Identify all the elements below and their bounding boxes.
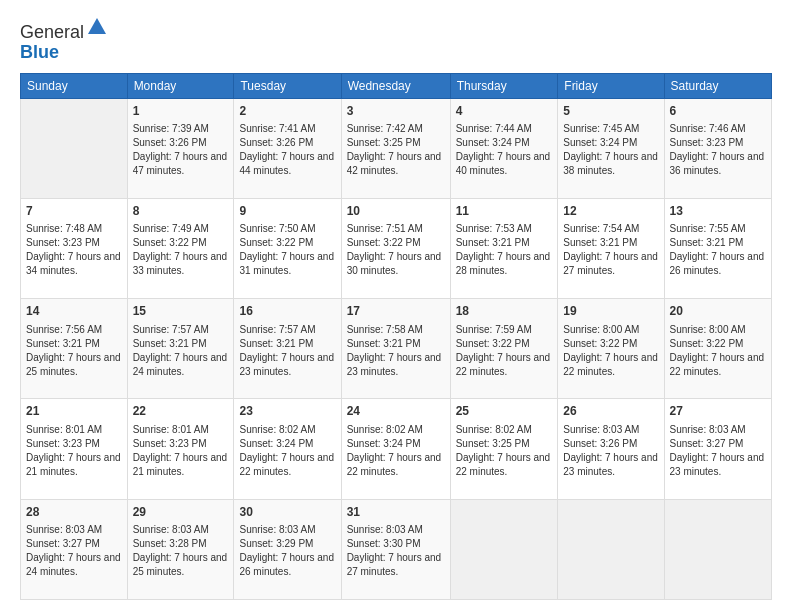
day-info: Sunrise: 7:54 AMSunset: 3:21 PMDaylight:… <box>563 222 658 278</box>
weekday-tuesday: Tuesday <box>234 73 341 98</box>
day-number: 20 <box>670 303 766 320</box>
weekday-saturday: Saturday <box>664 73 771 98</box>
weekday-friday: Friday <box>558 73 664 98</box>
calendar-cell: 27Sunrise: 8:03 AMSunset: 3:27 PMDayligh… <box>664 399 771 499</box>
day-info: Sunrise: 7:44 AMSunset: 3:24 PMDaylight:… <box>456 122 553 178</box>
day-info: Sunrise: 7:57 AMSunset: 3:21 PMDaylight:… <box>133 323 229 379</box>
day-number: 4 <box>456 103 553 120</box>
calendar-week-4: 28Sunrise: 8:03 AMSunset: 3:27 PMDayligh… <box>21 499 772 599</box>
calendar-cell: 8Sunrise: 7:49 AMSunset: 3:22 PMDaylight… <box>127 198 234 298</box>
calendar-cell: 22Sunrise: 8:01 AMSunset: 3:23 PMDayligh… <box>127 399 234 499</box>
calendar-cell: 23Sunrise: 8:02 AMSunset: 3:24 PMDayligh… <box>234 399 341 499</box>
calendar-cell <box>450 499 558 599</box>
day-info: Sunrise: 8:01 AMSunset: 3:23 PMDaylight:… <box>26 423 122 479</box>
calendar-cell: 14Sunrise: 7:56 AMSunset: 3:21 PMDayligh… <box>21 299 128 399</box>
calendar-cell: 9Sunrise: 7:50 AMSunset: 3:22 PMDaylight… <box>234 198 341 298</box>
day-info: Sunrise: 7:58 AMSunset: 3:21 PMDaylight:… <box>347 323 445 379</box>
logo-blue: Blue <box>20 42 59 62</box>
calendar-cell: 30Sunrise: 8:03 AMSunset: 3:29 PMDayligh… <box>234 499 341 599</box>
calendar-cell: 10Sunrise: 7:51 AMSunset: 3:22 PMDayligh… <box>341 198 450 298</box>
logo-text-block: General Blue <box>20 16 108 63</box>
calendar-cell: 13Sunrise: 7:55 AMSunset: 3:21 PMDayligh… <box>664 198 771 298</box>
day-number: 27 <box>670 403 766 420</box>
calendar-cell: 26Sunrise: 8:03 AMSunset: 3:26 PMDayligh… <box>558 399 664 499</box>
calendar-cell: 29Sunrise: 8:03 AMSunset: 3:28 PMDayligh… <box>127 499 234 599</box>
day-info: Sunrise: 7:41 AMSunset: 3:26 PMDaylight:… <box>239 122 335 178</box>
day-number: 23 <box>239 403 335 420</box>
day-number: 29 <box>133 504 229 521</box>
day-info: Sunrise: 8:03 AMSunset: 3:27 PMDaylight:… <box>26 523 122 579</box>
day-info: Sunrise: 7:42 AMSunset: 3:25 PMDaylight:… <box>347 122 445 178</box>
day-info: Sunrise: 8:02 AMSunset: 3:24 PMDaylight:… <box>347 423 445 479</box>
day-info: Sunrise: 8:03 AMSunset: 3:30 PMDaylight:… <box>347 523 445 579</box>
calendar-week-0: 1Sunrise: 7:39 AMSunset: 3:26 PMDaylight… <box>21 98 772 198</box>
day-number: 21 <box>26 403 122 420</box>
day-info: Sunrise: 7:51 AMSunset: 3:22 PMDaylight:… <box>347 222 445 278</box>
day-info: Sunrise: 7:56 AMSunset: 3:21 PMDaylight:… <box>26 323 122 379</box>
day-number: 8 <box>133 203 229 220</box>
day-info: Sunrise: 8:03 AMSunset: 3:27 PMDaylight:… <box>670 423 766 479</box>
calendar-cell: 20Sunrise: 8:00 AMSunset: 3:22 PMDayligh… <box>664 299 771 399</box>
calendar-cell: 31Sunrise: 8:03 AMSunset: 3:30 PMDayligh… <box>341 499 450 599</box>
day-info: Sunrise: 8:00 AMSunset: 3:22 PMDaylight:… <box>670 323 766 379</box>
calendar-cell: 21Sunrise: 8:01 AMSunset: 3:23 PMDayligh… <box>21 399 128 499</box>
calendar-cell: 4Sunrise: 7:44 AMSunset: 3:24 PMDaylight… <box>450 98 558 198</box>
calendar-table: SundayMondayTuesdayWednesdayThursdayFrid… <box>20 73 772 600</box>
weekday-header-row: SundayMondayTuesdayWednesdayThursdayFrid… <box>21 73 772 98</box>
calendar-cell <box>21 98 128 198</box>
calendar-week-3: 21Sunrise: 8:01 AMSunset: 3:23 PMDayligh… <box>21 399 772 499</box>
day-number: 17 <box>347 303 445 320</box>
day-info: Sunrise: 7:53 AMSunset: 3:21 PMDaylight:… <box>456 222 553 278</box>
calendar-week-1: 7Sunrise: 7:48 AMSunset: 3:23 PMDaylight… <box>21 198 772 298</box>
calendar-cell: 18Sunrise: 7:59 AMSunset: 3:22 PMDayligh… <box>450 299 558 399</box>
header: General Blue <box>20 16 772 63</box>
day-number: 28 <box>26 504 122 521</box>
day-number: 30 <box>239 504 335 521</box>
day-info: Sunrise: 7:57 AMSunset: 3:21 PMDaylight:… <box>239 323 335 379</box>
day-number: 18 <box>456 303 553 320</box>
logo-icon <box>86 16 108 38</box>
day-number: 24 <box>347 403 445 420</box>
day-number: 16 <box>239 303 335 320</box>
weekday-wednesday: Wednesday <box>341 73 450 98</box>
calendar-cell: 1Sunrise: 7:39 AMSunset: 3:26 PMDaylight… <box>127 98 234 198</box>
day-info: Sunrise: 8:02 AMSunset: 3:24 PMDaylight:… <box>239 423 335 479</box>
weekday-thursday: Thursday <box>450 73 558 98</box>
day-info: Sunrise: 7:50 AMSunset: 3:22 PMDaylight:… <box>239 222 335 278</box>
day-number: 14 <box>26 303 122 320</box>
calendar-cell: 6Sunrise: 7:46 AMSunset: 3:23 PMDaylight… <box>664 98 771 198</box>
day-info: Sunrise: 8:03 AMSunset: 3:28 PMDaylight:… <box>133 523 229 579</box>
day-info: Sunrise: 7:59 AMSunset: 3:22 PMDaylight:… <box>456 323 553 379</box>
day-number: 19 <box>563 303 658 320</box>
day-number: 11 <box>456 203 553 220</box>
day-number: 12 <box>563 203 658 220</box>
logo: General Blue <box>20 16 108 63</box>
page: General Blue SundayMondayTuesdayWednesda… <box>0 0 792 612</box>
day-number: 5 <box>563 103 658 120</box>
day-number: 22 <box>133 403 229 420</box>
day-number: 13 <box>670 203 766 220</box>
calendar-cell: 15Sunrise: 7:57 AMSunset: 3:21 PMDayligh… <box>127 299 234 399</box>
day-info: Sunrise: 7:49 AMSunset: 3:22 PMDaylight:… <box>133 222 229 278</box>
day-info: Sunrise: 7:55 AMSunset: 3:21 PMDaylight:… <box>670 222 766 278</box>
calendar-cell: 5Sunrise: 7:45 AMSunset: 3:24 PMDaylight… <box>558 98 664 198</box>
calendar-cell: 19Sunrise: 8:00 AMSunset: 3:22 PMDayligh… <box>558 299 664 399</box>
day-number: 6 <box>670 103 766 120</box>
day-number: 3 <box>347 103 445 120</box>
calendar-cell <box>558 499 664 599</box>
day-number: 2 <box>239 103 335 120</box>
day-info: Sunrise: 7:45 AMSunset: 3:24 PMDaylight:… <box>563 122 658 178</box>
day-number: 7 <box>26 203 122 220</box>
day-info: Sunrise: 8:03 AMSunset: 3:26 PMDaylight:… <box>563 423 658 479</box>
svg-marker-0 <box>88 18 106 34</box>
calendar-cell: 28Sunrise: 8:03 AMSunset: 3:27 PMDayligh… <box>21 499 128 599</box>
day-info: Sunrise: 8:03 AMSunset: 3:29 PMDaylight:… <box>239 523 335 579</box>
calendar-cell: 12Sunrise: 7:54 AMSunset: 3:21 PMDayligh… <box>558 198 664 298</box>
day-number: 26 <box>563 403 658 420</box>
calendar-cell: 2Sunrise: 7:41 AMSunset: 3:26 PMDaylight… <box>234 98 341 198</box>
calendar-cell <box>664 499 771 599</box>
day-info: Sunrise: 7:39 AMSunset: 3:26 PMDaylight:… <box>133 122 229 178</box>
day-info: Sunrise: 8:00 AMSunset: 3:22 PMDaylight:… <box>563 323 658 379</box>
calendar-body: 1Sunrise: 7:39 AMSunset: 3:26 PMDaylight… <box>21 98 772 599</box>
day-number: 25 <box>456 403 553 420</box>
